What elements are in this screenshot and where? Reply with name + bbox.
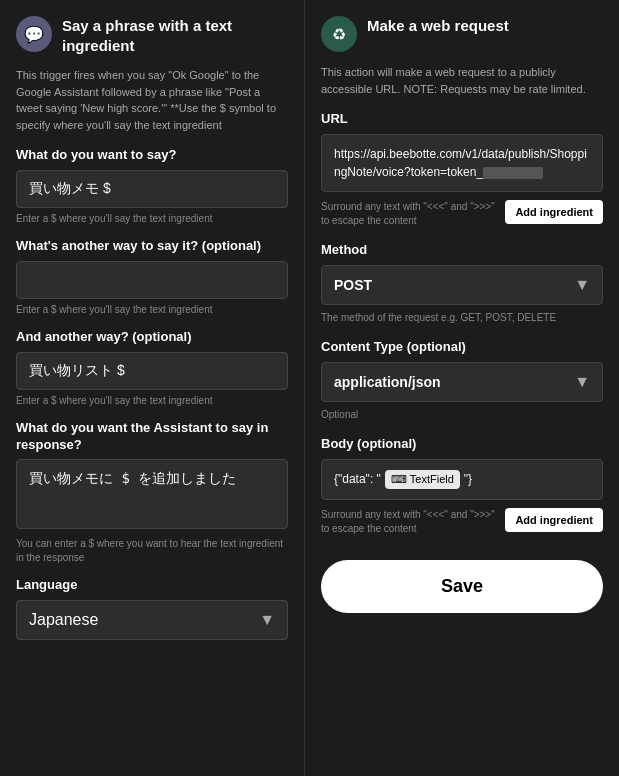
- right-panel: ♻ Make a web request This action will ma…: [305, 0, 619, 776]
- language-value: Japanese: [29, 611, 98, 629]
- url-text: https://api.beebotte.com/v1/data/publish…: [334, 147, 587, 179]
- content-type-dropdown[interactable]: application/json ▼: [321, 362, 603, 402]
- language-field-label: Language: [16, 577, 288, 594]
- content-type-label: Content Type (optional): [321, 339, 603, 354]
- body-input-box: {"data": " ⌨ TextField "}: [321, 459, 603, 500]
- text-field-label: TextField: [410, 471, 454, 488]
- say-field-label: What do you want to say?: [16, 147, 288, 164]
- right-panel-title: Make a web request: [367, 16, 509, 36]
- right-header-icon: ♻: [321, 16, 357, 52]
- left-icon-glyph: 💬: [24, 25, 44, 44]
- content-type-dropdown-arrow: ▼: [574, 373, 590, 391]
- body-prefix: {"data": ": [334, 470, 381, 488]
- body-ingredient-row: Surround any text with "<<<" and ">>>" t…: [321, 508, 603, 536]
- body-add-ingredient-button[interactable]: Add ingredient: [505, 508, 603, 532]
- content-type-hint: Optional: [321, 408, 603, 422]
- url-redacted: [483, 167, 543, 179]
- method-section-label: Method: [321, 242, 603, 257]
- alt-say-field-input[interactable]: [16, 261, 288, 299]
- say-field-section: What do you want to say? Enter a $ where…: [16, 147, 288, 226]
- response-field-hint: You can enter a $ where you want to hear…: [16, 537, 288, 565]
- response-field-input[interactable]: [16, 459, 288, 529]
- alt-say-field-section: What's another way to say it? (optional)…: [16, 238, 288, 317]
- right-panel-header: ♻ Make a web request: [321, 16, 603, 52]
- left-panel-header: 💬 Say a phrase with a text ingredient: [16, 16, 288, 55]
- alt-say-field-label: What's another way to say it? (optional): [16, 238, 288, 255]
- body-section-label: Body (optional): [321, 436, 603, 451]
- body-surround-text: Surround any text with "<<<" and ">>>" t…: [321, 508, 495, 536]
- left-panel-title: Say a phrase with a text ingredient: [62, 16, 288, 55]
- url-box: https://api.beebotte.com/v1/data/publish…: [321, 134, 603, 192]
- method-dropdown-arrow: ▼: [574, 276, 590, 294]
- url-section-label: URL: [321, 111, 603, 126]
- body-textfield-badge: ⌨ TextField: [385, 470, 460, 489]
- say-field-hint: Enter a $ where you'll say the text ingr…: [16, 212, 288, 226]
- right-panel-description: This action will make a web request to a…: [321, 64, 603, 97]
- text-field-icon: ⌨: [391, 471, 407, 488]
- save-button[interactable]: Save: [321, 560, 603, 613]
- another-way-field-section: And another way? (optional) Enter a $ wh…: [16, 329, 288, 408]
- content-type-value: application/json: [334, 374, 441, 390]
- another-way-field-input[interactable]: [16, 352, 288, 390]
- alt-say-field-hint: Enter a $ where you'll say the text ingr…: [16, 303, 288, 317]
- response-field-label: What do you want the Assistant to say in…: [16, 420, 288, 454]
- another-way-field-label: And another way? (optional): [16, 329, 288, 346]
- method-hint: The method of the request e.g. GET, POST…: [321, 311, 603, 325]
- left-panel-description: This trigger fires when you say "Ok Goog…: [16, 67, 288, 133]
- url-add-ingredient-button[interactable]: Add ingredient: [505, 200, 603, 224]
- language-dropdown-arrow: ▼: [259, 611, 275, 629]
- response-field-section: What do you want the Assistant to say in…: [16, 420, 288, 566]
- method-dropdown[interactable]: POST ▼: [321, 265, 603, 305]
- language-field-section: Language Japanese ▼: [16, 577, 288, 640]
- say-field-input[interactable]: [16, 170, 288, 208]
- right-icon-glyph: ♻: [332, 25, 346, 44]
- method-value: POST: [334, 277, 372, 293]
- left-panel: 💬 Say a phrase with a text ingredient Th…: [0, 0, 305, 776]
- body-suffix: "}: [464, 470, 472, 488]
- left-header-icon: 💬: [16, 16, 52, 52]
- url-ingredient-row: Surround any text with "<<<" and ">>>" t…: [321, 200, 603, 228]
- another-way-field-hint: Enter a $ where you'll say the text ingr…: [16, 394, 288, 408]
- language-dropdown[interactable]: Japanese ▼: [16, 600, 288, 640]
- url-surround-text: Surround any text with "<<<" and ">>>" t…: [321, 200, 495, 228]
